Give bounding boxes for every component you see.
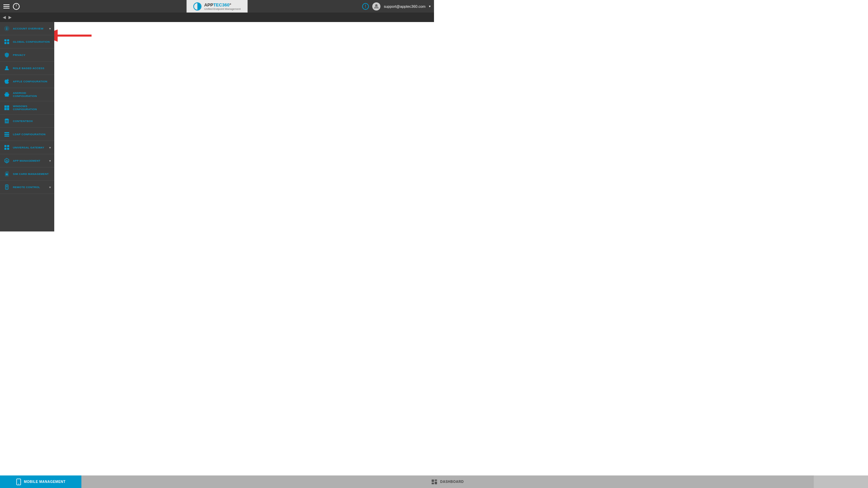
top-bar-left <box>3 3 20 10</box>
svg-rect-4 <box>4 39 6 41</box>
svg-rect-10 <box>4 94 5 95</box>
gateway-icon <box>3 144 10 151</box>
logo-icon <box>193 2 201 11</box>
top-bar-right: ! support@apptec360.com ▾ <box>362 2 431 11</box>
apple-icon <box>3 78 10 85</box>
svg-rect-28 <box>7 148 9 150</box>
nav-forward-arrow[interactable]: ▶ <box>8 15 12 20</box>
sidebar-item-windows-configuration[interactable]: WINDOWS CONFIGURATION <box>0 101 54 115</box>
alert-icon[interactable]: ! <box>362 3 369 10</box>
svg-rect-7 <box>7 42 9 44</box>
svg-point-13 <box>7 93 8 94</box>
sidebar-label-windows-configuration: WINDOWS CONFIGURATION <box>13 105 51 111</box>
hamburger-icon[interactable] <box>3 4 9 8</box>
sidebar-label-sim-card-management: SIM CARD MANAGEMENT <box>13 172 51 176</box>
sidebar-label-universal-gateway: UNIVERSAL GATEWAY <box>13 146 49 149</box>
sidebar-item-global-configuration[interactable]: GLOBAL CONFIGURATION <box>0 35 54 48</box>
sidebar-item-role-based-access[interactable]: ROLE BASED ACCESS <box>0 62 54 75</box>
svg-rect-31 <box>6 185 7 187</box>
sidebar-label-role-based-access: ROLE BASED ACCESS <box>13 67 51 70</box>
sidebar-item-apple-configuration[interactable]: APPLE CONFIGURATION <box>0 75 54 88</box>
sidebar-label-android-configuration: ANDROID CONFIGURATION <box>13 92 51 98</box>
svg-point-3 <box>6 27 7 28</box>
svg-rect-23 <box>4 134 9 135</box>
sidebar-item-account-overview[interactable]: ACCOUNT OVERVIEW ▾ <box>0 22 54 35</box>
sidebar-label-app-management: APP MANAGEMENT <box>13 159 49 162</box>
grid-icon <box>3 38 10 45</box>
sidebar-item-privacy[interactable]: PRIVACY <box>0 48 54 62</box>
svg-point-8 <box>6 66 8 68</box>
svg-rect-11 <box>8 94 9 95</box>
svg-rect-24 <box>4 136 9 137</box>
user-email: support@apptec360.com <box>384 4 426 8</box>
clock-icon <box>13 3 20 10</box>
sidebar-item-ldap-configuration[interactable]: LDAP CONFIGURATION <box>0 128 54 141</box>
nav-back-arrow[interactable]: ◀ <box>3 15 6 20</box>
svg-point-32 <box>6 188 7 189</box>
nav-bar: ◀ ▶ <box>0 13 434 22</box>
svg-rect-22 <box>4 132 9 133</box>
person-icon <box>3 65 10 72</box>
user-avatar <box>372 2 380 11</box>
logo-center: APPTEC360° Unified Endpoint Management <box>186 0 248 13</box>
svg-rect-29 <box>6 174 8 175</box>
app-management-chevron: ▾ <box>49 159 51 163</box>
svg-rect-6 <box>4 42 6 44</box>
sidebar-item-universal-gateway[interactable]: UNIVERSAL GATEWAY ▾ <box>0 141 54 154</box>
sidebar-item-sim-card-management[interactable]: SIM CARD MANAGEMENT <box>0 167 54 181</box>
svg-rect-2 <box>6 28 7 30</box>
svg-rect-16 <box>4 105 7 108</box>
sidebar-label-privacy: PRIVACY <box>13 54 51 57</box>
main-layout: ACCOUNT OVERVIEW ▾ GLOBAL CONFIGURATION <box>0 22 434 231</box>
sidebar-label-account-overview: ACCOUNT OVERVIEW <box>13 27 49 30</box>
logo-subtitle: Unified Endpoint Management <box>204 7 241 11</box>
list-icon <box>3 131 10 138</box>
user-menu-chevron[interactable]: ▾ <box>429 4 431 8</box>
sidebar-item-app-management[interactable]: APP MANAGEMENT ▾ <box>0 154 54 167</box>
top-bar: APPTEC360° Unified Endpoint Management !… <box>0 0 434 13</box>
svg-rect-26 <box>7 145 9 147</box>
svg-rect-20 <box>5 120 9 123</box>
svg-line-15 <box>8 92 8 93</box>
svg-rect-17 <box>7 105 9 108</box>
universal-gateway-chevron: ▾ <box>49 146 51 149</box>
svg-rect-9 <box>5 95 9 97</box>
red-arrow-annotation <box>54 27 95 44</box>
sidebar-label-global-configuration: GLOBAL CONFIGURATION <box>13 40 51 43</box>
info-icon <box>3 25 10 32</box>
svg-rect-27 <box>4 148 6 150</box>
svg-rect-5 <box>7 39 9 41</box>
svg-point-12 <box>6 93 6 94</box>
svg-rect-25 <box>4 145 6 147</box>
sidebar-item-remote-control[interactable]: REMOTE CONTROL ▾ <box>0 181 54 194</box>
svg-rect-19 <box>7 108 9 110</box>
content-area <box>54 22 434 231</box>
sidebar-label-contentbox: CONTENTBOX <box>13 120 51 123</box>
sidebar-item-android-configuration[interactable]: ANDROID CONFIGURATION <box>0 88 54 101</box>
svg-line-14 <box>5 92 6 93</box>
box-icon <box>3 118 10 124</box>
account-overview-chevron: ▾ <box>49 27 51 30</box>
sim-icon <box>3 170 10 177</box>
logo-name: APPTEC360° <box>204 2 241 7</box>
sidebar-label-apple-configuration: APPLE CONFIGURATION <box>13 80 51 83</box>
svg-rect-21 <box>6 121 8 121</box>
svg-rect-18 <box>4 108 7 110</box>
android-icon <box>3 91 10 98</box>
windows-icon <box>3 104 10 111</box>
remote-control-chevron: ▾ <box>49 185 51 189</box>
apps-icon <box>3 157 10 164</box>
sidebar-label-remote-control: REMOTE CONTROL <box>13 186 49 189</box>
remote-icon <box>3 184 10 190</box>
shield-icon <box>3 52 10 58</box>
sidebar-label-ldap-configuration: LDAP CONFIGURATION <box>13 133 51 136</box>
sidebar: ACCOUNT OVERVIEW ▾ GLOBAL CONFIGURATION <box>0 22 54 231</box>
sidebar-item-contentbox[interactable]: CONTENTBOX <box>0 115 54 128</box>
